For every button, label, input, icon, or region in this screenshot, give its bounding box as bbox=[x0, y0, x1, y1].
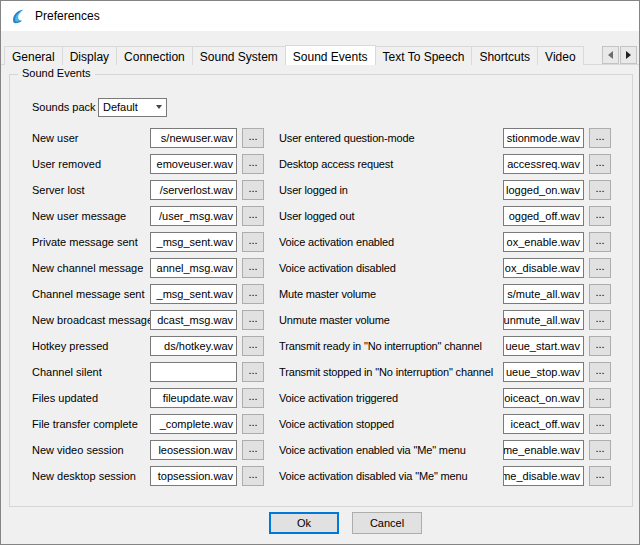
sound-event-row: User removed emoveuser.wav ... Desktop a… bbox=[32, 151, 611, 177]
sound-file-input[interactable]: logged_on.wav bbox=[503, 180, 584, 200]
tab-general[interactable]: General bbox=[4, 46, 63, 65]
sound-file-input[interactable]: dcast_msg.wav bbox=[150, 310, 237, 330]
sound-file-input[interactable]: ueue_stop.wav bbox=[503, 362, 584, 382]
sound-file-input[interactable]: _msg_sent.wav bbox=[150, 232, 237, 252]
browse-button[interactable]: ... bbox=[589, 414, 611, 434]
browse-button[interactable]: ... bbox=[242, 440, 264, 460]
arrow-right-icon bbox=[626, 51, 631, 59]
tab-scroll-right-button[interactable] bbox=[620, 46, 637, 64]
browse-button[interactable]: ... bbox=[242, 466, 264, 486]
browse-button[interactable]: ... bbox=[242, 180, 264, 200]
sound-file-input[interactable]: ogged_off.wav bbox=[503, 206, 584, 226]
sound-file-input[interactable]: s/newuser.wav bbox=[150, 128, 237, 148]
browse-button[interactable]: ... bbox=[589, 336, 611, 356]
sounds-pack-label: Sounds pack bbox=[32, 101, 98, 113]
sound-event-label: User entered question-mode bbox=[279, 132, 503, 144]
sound-file-input[interactable] bbox=[150, 362, 237, 382]
browse-button[interactable]: ... bbox=[242, 284, 264, 304]
browse-button[interactable]: ... bbox=[589, 154, 611, 174]
sound-file-input[interactable]: /user_msg.wav bbox=[150, 206, 237, 226]
app-icon bbox=[10, 8, 27, 25]
sound-event-label: New broadcast message bbox=[32, 314, 150, 326]
sound-file-input[interactable]: me_enable.wav bbox=[503, 440, 584, 460]
browse-button[interactable]: ... bbox=[589, 232, 611, 252]
sound-event-row: Channel silent ... Transmit stopped in "… bbox=[32, 359, 611, 385]
browse-button[interactable]: ... bbox=[589, 128, 611, 148]
sound-event-label: Voice activation enabled via "Me" menu bbox=[279, 444, 503, 456]
tab-shortcuts[interactable]: Shortcuts bbox=[471, 46, 538, 65]
browse-button[interactable]: ... bbox=[589, 180, 611, 200]
sound-file-input[interactable]: _msg_sent.wav bbox=[150, 284, 237, 304]
sounds-pack-row: Sounds pack Default bbox=[32, 97, 167, 117]
browse-button[interactable]: ... bbox=[242, 232, 264, 252]
sound-file-input[interactable]: ueue_start.wav bbox=[503, 336, 584, 356]
tab-scroll-left-button[interactable] bbox=[602, 46, 619, 64]
browse-button[interactable]: ... bbox=[242, 336, 264, 356]
browse-button[interactable]: ... bbox=[242, 154, 264, 174]
sound-event-label: Voice activation enabled bbox=[279, 236, 503, 248]
sounds-pack-select[interactable]: Default bbox=[98, 98, 167, 117]
sound-file-input[interactable]: emoveuser.wav bbox=[150, 154, 237, 174]
cancel-button[interactable]: Cancel bbox=[352, 512, 422, 534]
sound-file-input[interactable]: unmute_all.wav bbox=[503, 310, 584, 330]
window-title: Preferences bbox=[35, 9, 100, 23]
browse-button[interactable]: ... bbox=[589, 388, 611, 408]
browse-button[interactable]: ... bbox=[589, 284, 611, 304]
sound-file-input[interactable]: /serverlost.wav bbox=[150, 180, 237, 200]
dialog-footer: Ok Cancel bbox=[1, 512, 640, 534]
sound-file-input[interactable]: ox_enable.wav bbox=[503, 232, 584, 252]
ok-button[interactable]: Ok bbox=[269, 512, 339, 534]
sound-event-label: New channel message bbox=[32, 262, 150, 274]
group-title: Sound Events bbox=[18, 67, 95, 79]
sound-event-label: Desktop access request bbox=[279, 158, 503, 170]
tab-display[interactable]: Display bbox=[62, 46, 117, 65]
browse-button[interactable]: ... bbox=[242, 388, 264, 408]
sound-file-input[interactable]: iceact_off.wav bbox=[503, 414, 584, 434]
browse-button[interactable]: ... bbox=[589, 440, 611, 460]
sound-file-input[interactable]: stionmode.wav bbox=[503, 128, 584, 148]
sound-event-row: Hotkey pressed ds/hotkey.wav ... Transmi… bbox=[32, 333, 611, 359]
sound-event-row: Files updated fileupdate.wav ... Voice a… bbox=[32, 385, 611, 411]
tab-scroller bbox=[601, 46, 637, 64]
browse-button[interactable]: ... bbox=[242, 258, 264, 278]
sound-event-label: Transmit stopped in "No interruption" ch… bbox=[279, 366, 503, 378]
browse-button[interactable]: ... bbox=[589, 310, 611, 330]
browse-button[interactable]: ... bbox=[589, 362, 611, 382]
browse-button[interactable]: ... bbox=[242, 414, 264, 434]
sound-file-input[interactable]: leosession.wav bbox=[150, 440, 237, 460]
tab-video[interactable]: Video bbox=[537, 46, 583, 65]
sound-event-row: File transfer complete _complete.wav ...… bbox=[32, 411, 611, 437]
sound-event-row: New user message /user_msg.wav ... User … bbox=[32, 203, 611, 229]
tab-bar: General Display Connection Sound System … bbox=[4, 45, 599, 65]
sound-file-input[interactable]: oiceact_on.wav bbox=[503, 388, 584, 408]
tab-text-to-speech[interactable]: Text To Speech bbox=[375, 46, 473, 65]
sound-file-input[interactable]: ox_disable.wav bbox=[503, 258, 584, 278]
tab-sound-system[interactable]: Sound System bbox=[192, 46, 286, 65]
sound-file-input[interactable]: _complete.wav bbox=[150, 414, 237, 434]
sound-event-row: New channel message annel_msg.wav ... Vo… bbox=[32, 255, 611, 281]
sound-event-label: Files updated bbox=[32, 392, 150, 404]
sound-event-label: Voice activation stopped bbox=[279, 418, 503, 430]
sound-event-label: Voice activation disabled via "Me" menu bbox=[279, 470, 503, 482]
sound-file-input[interactable]: ds/hotkey.wav bbox=[150, 336, 237, 356]
sound-event-label: User logged out bbox=[279, 210, 503, 222]
browse-button[interactable]: ... bbox=[242, 362, 264, 382]
browse-button[interactable]: ... bbox=[242, 310, 264, 330]
browse-button[interactable]: ... bbox=[589, 466, 611, 486]
sound-file-input[interactable]: accessreq.wav bbox=[503, 154, 584, 174]
browse-button[interactable]: ... bbox=[589, 206, 611, 226]
title-bar: Preferences bbox=[1, 1, 639, 31]
tab-connection[interactable]: Connection bbox=[116, 46, 193, 65]
browse-button[interactable]: ... bbox=[589, 258, 611, 278]
browse-button[interactable]: ... bbox=[242, 206, 264, 226]
browse-button[interactable]: ... bbox=[242, 128, 264, 148]
sound-file-input[interactable]: topsession.wav bbox=[150, 466, 237, 486]
sound-event-row: Server lost /serverlost.wav ... User log… bbox=[32, 177, 611, 203]
sound-file-input[interactable]: annel_msg.wav bbox=[150, 258, 237, 278]
sound-file-input[interactable]: fileupdate.wav bbox=[150, 388, 237, 408]
tab-sound-events[interactable]: Sound Events bbox=[285, 45, 376, 65]
sound-event-label: Voice activation triggered bbox=[279, 392, 503, 404]
sound-file-input[interactable]: s/mute_all.wav bbox=[503, 284, 584, 304]
sound-file-input[interactable]: me_disable.wav bbox=[503, 466, 584, 486]
sound-events-groupbox: Sound Events Sounds pack Default New use… bbox=[9, 74, 633, 507]
